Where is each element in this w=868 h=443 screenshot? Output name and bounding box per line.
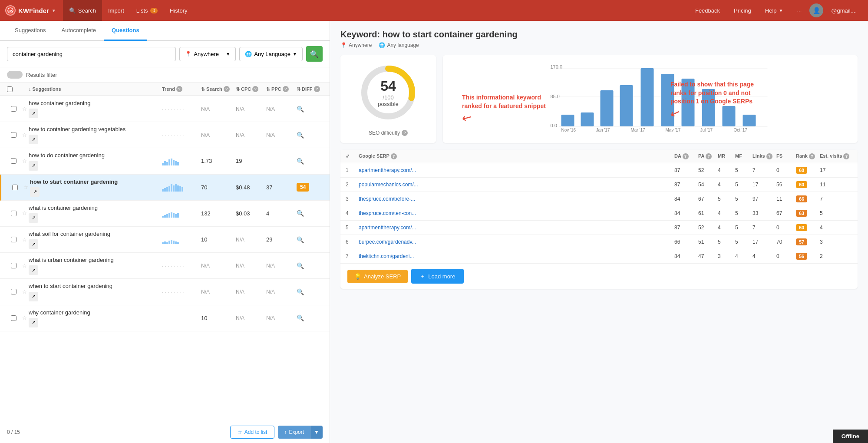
col-check[interactable] (7, 86, 20, 92)
cpc-info-icon[interactable]: ? (252, 86, 258, 92)
links-info-icon[interactable]: ? (766, 153, 772, 159)
pa-info-icon[interactable]: ? (706, 153, 712, 159)
row-checkbox-6[interactable] (7, 263, 20, 268)
row-checkbox-2[interactable] (7, 158, 20, 164)
col-suggestions[interactable]: ↓ Suggestions (29, 86, 162, 92)
search-bar: 📍 Anywhere ▼ 🌐 Any Language ▼ 🔍 (0, 41, 330, 67)
row-diff-5[interactable]: 🔍 (297, 236, 323, 243)
row-checkbox-0[interactable] (7, 106, 20, 112)
results-filter-toggle[interactable] (7, 71, 23, 79)
nav-search[interactable]: 🔍 Search (63, 0, 102, 21)
nav-email[interactable]: @gmail.... (825, 0, 863, 21)
row-star-8[interactable]: ☆ (20, 315, 29, 321)
nav-history[interactable]: History (164, 0, 193, 21)
row-star-7[interactable]: ☆ (20, 289, 29, 295)
search-diff-2[interactable]: 🔍 (297, 158, 304, 165)
row-ppc-0: N/A (266, 106, 297, 112)
row-arrow-3[interactable]: ↗ (30, 187, 40, 197)
row-star-4[interactable]: ☆ (20, 210, 29, 216)
seo-info-icon[interactable]: ? (402, 130, 408, 136)
tab-questions[interactable]: Questions (104, 21, 147, 41)
row-arrow-8[interactable]: ↗ (29, 318, 38, 327)
row-diff-8[interactable]: 🔍 (297, 314, 323, 321)
row-star-3[interactable]: ☆ (21, 184, 30, 190)
row-checkbox-8[interactable] (7, 315, 20, 321)
row-checkbox-1[interactable] (7, 132, 20, 138)
rank-info-icon[interactable]: ? (809, 153, 815, 159)
search-button[interactable]: 🔍 (306, 46, 323, 62)
row-arrow-0[interactable]: ↗ (29, 109, 38, 118)
avatar[interactable]: 👤 (809, 3, 823, 17)
nav-pricing[interactable]: Pricing (728, 0, 757, 21)
nav-help[interactable]: Help ▼ (759, 0, 789, 21)
row-star-0[interactable]: ☆ (20, 106, 29, 112)
export-button[interactable]: ↑ Export (278, 426, 310, 439)
row-trend-5 (162, 235, 201, 244)
search-diff-1[interactable]: 🔍 (297, 132, 304, 139)
serp-url-6[interactable]: burpee.com/gardenadv... (359, 239, 674, 245)
tab-autocomplete[interactable]: Autocomplete (54, 21, 104, 41)
row-keyword-6: what is urban container gardening ↗ (29, 256, 162, 275)
app-logo[interactable]: KW KWFinder ▼ (5, 5, 56, 16)
analyze-serp-button[interactable]: 💡 Analyze SERP (347, 270, 408, 283)
row-checkbox-7[interactable] (7, 289, 20, 294)
row-diff-1[interactable]: 🔍 (297, 132, 323, 139)
visits-info-icon[interactable]: ? (843, 153, 849, 159)
col-search[interactable]: ⇅ Search ? (201, 86, 236, 92)
row-diff-4[interactable]: 🔍 (297, 210, 323, 217)
load-more-button[interactable]: ＋ Load more (411, 269, 464, 284)
row-star-6[interactable]: ☆ (20, 263, 29, 269)
row-arrow-4[interactable]: ↗ (29, 213, 38, 223)
row-diff-6[interactable]: 🔍 (297, 262, 323, 269)
language-select[interactable]: 🌐 Any Language ▼ (239, 47, 303, 61)
serp-info-icon[interactable]: ? (391, 153, 397, 159)
search-diff-4[interactable]: 🔍 (297, 210, 304, 217)
ppc-info-icon[interactable]: ? (283, 86, 289, 92)
da-info-icon[interactable]: ? (683, 153, 689, 159)
row-checkbox-4[interactable] (7, 211, 20, 216)
serp-url-4[interactable]: thespruce.com/ten-con... (359, 210, 674, 216)
search-diff-5[interactable]: 🔍 (297, 236, 304, 243)
nav-more[interactable]: ··· (791, 0, 808, 21)
search-diff-0[interactable]: 🔍 (297, 106, 304, 112)
search-info-icon[interactable]: ? (224, 86, 230, 92)
trend-info-icon[interactable]: ? (176, 86, 182, 92)
search-input[interactable] (7, 47, 176, 61)
row-arrow-2[interactable]: ↗ (29, 161, 38, 171)
search-diff-8[interactable]: 🔍 (297, 314, 304, 321)
col-trend[interactable]: Trend ? (162, 86, 201, 92)
row-checkbox-3[interactable] (8, 185, 21, 190)
nav-lists[interactable]: Lists 0 (130, 0, 164, 21)
row-arrow-6[interactable]: ↗ (29, 265, 38, 275)
col-cpc[interactable]: ⇅ CPC ? (236, 86, 266, 92)
nav-import[interactable]: Import (102, 0, 130, 21)
nav-feedback[interactable]: Feedback (689, 0, 726, 21)
serp-url-1[interactable]: apartmenttherapy.com/... (359, 167, 674, 173)
search-diff-6[interactable]: 🔍 (297, 262, 304, 269)
serp-url-5[interactable]: apartmenttherapy.com/... (359, 225, 674, 231)
serp-url-2[interactable]: popularmechanics.com/... (359, 182, 674, 188)
row-arrow-1[interactable]: ↗ (29, 135, 38, 144)
row-cpc-6: N/A (236, 263, 266, 269)
row-arrow-7[interactable]: ↗ (29, 292, 38, 301)
row-diff-0[interactable]: 🔍 (297, 106, 323, 112)
table-row-selected[interactable]: ☆ how to start container gardening ↗ (0, 175, 330, 201)
row-star-1[interactable]: ☆ (20, 132, 29, 138)
row-star-2[interactable]: ☆ (20, 158, 29, 164)
row-diff-7[interactable]: 🔍 (297, 288, 323, 295)
export-dropdown-button[interactable]: ▼ (310, 426, 323, 439)
col-ppc[interactable]: ⇅ PPC ? (266, 86, 297, 92)
col-diff[interactable]: ⇅ DIFF ? (297, 86, 323, 92)
select-all-checkbox[interactable] (7, 86, 13, 92)
tab-suggestions[interactable]: Suggestions (7, 21, 54, 41)
location-select[interactable]: 📍 Anywhere ▼ (179, 47, 236, 61)
add-to-list-button[interactable]: ☆ Add to list (230, 426, 275, 439)
search-diff-7[interactable]: 🔍 (297, 288, 304, 295)
diff-info-icon[interactable]: ? (314, 86, 320, 92)
row-arrow-5[interactable]: ↗ (29, 239, 38, 249)
serp-url-7[interactable]: thekitchn.com/gardeni... (359, 253, 674, 259)
row-checkbox-5[interactable] (7, 237, 20, 242)
serp-url-3[interactable]: thespruce.com/before-... (359, 196, 674, 202)
row-diff-2[interactable]: 🔍 (297, 158, 323, 165)
row-star-5[interactable]: ☆ (20, 237, 29, 243)
